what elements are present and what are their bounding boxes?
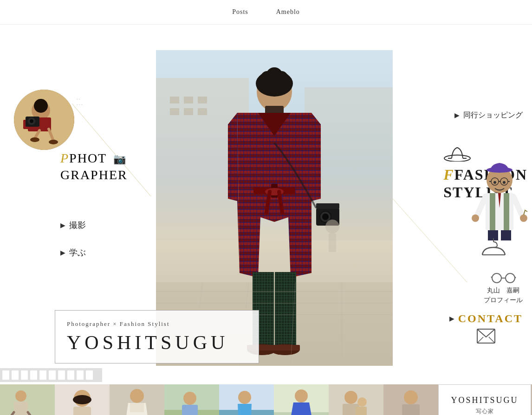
companion-shopping[interactable]: ▶ 同行ショッピング xyxy=(454,110,523,120)
nav-posts[interactable]: Posts xyxy=(232,8,248,16)
thumb-2[interactable] xyxy=(55,384,110,415)
svg-point-111 xyxy=(73,395,91,404)
svg-point-125 xyxy=(295,389,308,402)
deco-dots: · ·· · · xyxy=(77,97,83,108)
navigation: Posts Ameblo xyxy=(0,0,532,25)
svg-rect-18 xyxy=(170,108,179,115)
svg-point-105 xyxy=(15,390,26,402)
svg-point-127 xyxy=(344,391,357,404)
svg-point-86 xyxy=(506,273,515,283)
thumb-6[interactable] xyxy=(274,384,329,415)
thumb-5[interactable] xyxy=(219,384,274,415)
contact-label: CONTACT xyxy=(458,312,523,325)
svg-rect-100 xyxy=(58,370,65,380)
svg-rect-45 xyxy=(329,233,336,252)
thumb-4[interactable] xyxy=(164,384,219,415)
svg-point-56 xyxy=(34,99,48,113)
film-deco-area xyxy=(0,368,532,382)
svg-point-118 xyxy=(183,392,196,405)
svg-point-69 xyxy=(493,181,496,184)
svg-rect-102 xyxy=(77,370,84,380)
svg-point-61 xyxy=(30,119,33,123)
photographer-label: PPHOT 📷 GRAPHER xyxy=(60,150,128,184)
thumb-8[interactable] xyxy=(383,384,438,415)
yoshitsugu-title: YOSHITSUGU xyxy=(451,396,518,405)
photographer-photo xyxy=(14,90,74,150)
right-panel: ▶ 同行ショッピング FFASHION STYLIST xyxy=(393,25,532,368)
svg-point-63 xyxy=(49,140,58,144)
hanger-icon xyxy=(481,237,506,261)
svg-rect-20 xyxy=(198,108,207,115)
arrow-icon: ▶ xyxy=(60,221,65,229)
svg-rect-43 xyxy=(270,345,300,350)
svg-rect-39 xyxy=(275,272,296,346)
arrow-icon: ▶ xyxy=(449,315,454,323)
svg-point-74 xyxy=(520,214,527,222)
svg-rect-15 xyxy=(170,97,179,104)
caption-box: Photographer × Fashion Stylist YOSHITSUG… xyxy=(55,310,259,363)
profile-name: 丸山 嘉嗣 プロフィール xyxy=(484,285,523,305)
svg-rect-112 xyxy=(73,407,91,415)
svg-point-122 xyxy=(238,391,251,404)
svg-point-129 xyxy=(357,397,367,407)
svg-point-44 xyxy=(325,220,339,233)
thumb-1[interactable] xyxy=(0,384,55,415)
left-menu: ▶ 撮影 ▶ 学ぶ xyxy=(60,220,86,274)
svg-rect-16 xyxy=(184,97,193,104)
svg-rect-95 xyxy=(12,370,19,380)
svg-rect-119 xyxy=(182,405,198,415)
svg-rect-17 xyxy=(198,97,207,104)
caption-subtitle: Photographer × Fashion Stylist xyxy=(67,320,247,328)
yoshitsugu-box: YOSHITSUGU 写心家 xyxy=(438,384,531,415)
svg-point-85 xyxy=(492,273,501,283)
svg-rect-101 xyxy=(67,370,74,380)
svg-rect-106 xyxy=(14,402,28,415)
svg-line-92 xyxy=(489,337,495,343)
menu-item-learn[interactable]: ▶ 学ぶ xyxy=(60,247,86,258)
svg-rect-98 xyxy=(39,370,46,380)
yoshitsugu-sub: 写心家 xyxy=(476,408,494,415)
hat-icon xyxy=(443,145,471,162)
svg-rect-133 xyxy=(402,404,420,415)
envelope-icon xyxy=(477,329,495,344)
thumb-3[interactable] xyxy=(110,384,164,415)
hanger-svg xyxy=(481,237,506,258)
svg-rect-37 xyxy=(316,203,339,209)
thumb-7[interactable] xyxy=(329,384,383,415)
svg-point-36 xyxy=(322,214,329,220)
menu-item-shooting[interactable]: ▶ 撮影 xyxy=(60,220,86,231)
svg-point-62 xyxy=(30,137,39,142)
svg-rect-99 xyxy=(49,370,56,380)
svg-line-82 xyxy=(393,199,467,282)
contact-block[interactable]: ▶ CONTACT xyxy=(449,312,523,344)
profile-block[interactable]: 丸山 嘉嗣 プロフィール xyxy=(484,273,523,305)
svg-point-70 xyxy=(503,181,506,184)
caption-title: YOSHITSUGU xyxy=(67,331,247,354)
deco-line-right xyxy=(393,199,472,292)
film-strip-deco xyxy=(0,368,102,382)
thumbnail-strip: YOSHITSUGU 写心家 xyxy=(0,384,532,415)
svg-rect-115 xyxy=(130,403,144,412)
nav-ameblo[interactable]: Ameblo xyxy=(276,8,300,16)
svg-point-28 xyxy=(274,71,288,85)
svg-rect-94 xyxy=(2,370,9,380)
hero-area: Photographer × Fashion Stylist YOSHITSUG… xyxy=(0,25,532,368)
svg-point-114 xyxy=(130,389,144,403)
svg-rect-97 xyxy=(30,370,37,380)
arrow-icon: ▶ xyxy=(60,249,65,257)
stylist-photo xyxy=(469,162,530,240)
svg-rect-130 xyxy=(356,407,367,415)
svg-point-73 xyxy=(472,214,479,222)
svg-rect-103 xyxy=(86,370,93,380)
svg-point-132 xyxy=(404,390,418,404)
glasses-icon xyxy=(491,273,516,283)
arrow-icon: ▶ xyxy=(454,111,460,119)
svg-line-91 xyxy=(477,337,483,343)
camera-icon: 📷 xyxy=(113,153,127,166)
svg-rect-96 xyxy=(21,370,28,380)
svg-rect-19 xyxy=(184,108,193,115)
